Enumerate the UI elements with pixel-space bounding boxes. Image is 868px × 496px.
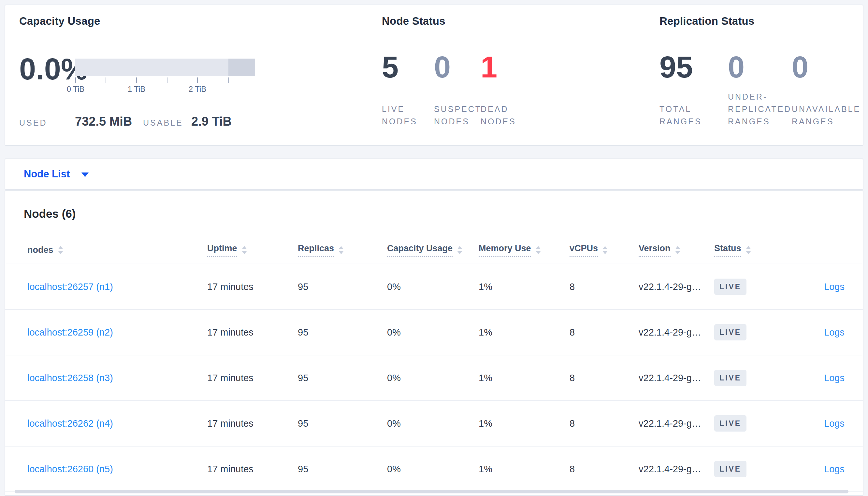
node-link[interactable]: localhost:26260 (n5) bbox=[27, 464, 113, 474]
sort-icon bbox=[675, 246, 680, 254]
column-header-replicas[interactable]: Replicas bbox=[298, 244, 387, 257]
logs-link[interactable]: Logs bbox=[824, 281, 844, 292]
memory-use-cell: 1% bbox=[479, 464, 570, 475]
sort-icon bbox=[242, 246, 247, 254]
column-header-memory-use[interactable]: Memory Use bbox=[479, 244, 570, 257]
memory-use-cell: 1% bbox=[479, 327, 570, 338]
column-header-nodes[interactable]: nodes bbox=[27, 245, 207, 255]
usable-value: 2.9 TiB bbox=[191, 114, 232, 128]
used-label: USED bbox=[19, 117, 75, 129]
status-badge: LIVE bbox=[714, 370, 747, 386]
table-row: localhost:26257 (n1) 17 minutes 95 0% 1%… bbox=[5, 264, 863, 310]
table-row: localhost:26259 (n2) 17 minutes 95 0% 1%… bbox=[5, 310, 863, 355]
tick-label: 0 TiB bbox=[67, 84, 85, 94]
capacity-axis-labels: 0 TiB 1 TiB 2 TiB bbox=[75, 84, 255, 94]
dead-nodes-count: 1 bbox=[481, 51, 497, 83]
sort-icon bbox=[746, 246, 751, 254]
capacity-usage-cell: 0% bbox=[387, 281, 479, 292]
under-replicated-ranges-label: UNDER-REPLICATED RANGES bbox=[728, 91, 795, 128]
uptime-cell: 17 minutes bbox=[207, 281, 298, 292]
uptime-cell: 17 minutes bbox=[207, 464, 298, 475]
column-header-status[interactable]: Status bbox=[714, 244, 806, 257]
replicas-cell: 95 bbox=[298, 281, 387, 292]
uptime-cell: 17 minutes bbox=[207, 327, 298, 338]
status-badge: LIVE bbox=[714, 415, 747, 432]
uptime-cell: 17 minutes bbox=[207, 418, 298, 429]
capacity-usage-section: Capacity Usage 0.0% 0 TiB 1 TiB 2 TiB US… bbox=[19, 5, 378, 145]
replicas-cell: 95 bbox=[298, 418, 387, 429]
logs-link[interactable]: Logs bbox=[824, 418, 844, 429]
sort-icon bbox=[602, 246, 608, 254]
version-cell: v22.1.4-29-g… bbox=[639, 373, 714, 383]
sort-icon bbox=[457, 246, 462, 254]
dead-nodes-label: DEAD NODES bbox=[481, 103, 529, 128]
suspect-nodes-count: 0 bbox=[434, 51, 451, 83]
column-header-uptime[interactable]: Uptime bbox=[207, 244, 298, 257]
live-nodes-stat: 5 LIVE NODES bbox=[382, 51, 431, 128]
capacity-usage-cell: 0% bbox=[387, 418, 479, 429]
uptime-cell: 17 minutes bbox=[207, 373, 298, 383]
capacity-axis-ticks bbox=[75, 77, 255, 83]
sort-icon bbox=[339, 246, 344, 254]
node-link[interactable]: localhost:26258 (n3) bbox=[27, 373, 113, 383]
column-header-vcpus[interactable]: vCPUs bbox=[570, 244, 639, 257]
total-ranges-count: 95 bbox=[659, 51, 693, 83]
view-selector-bar: Node List bbox=[4, 158, 864, 190]
status-badge: LIVE bbox=[714, 461, 747, 477]
replicas-cell: 95 bbox=[298, 464, 387, 475]
capacity-usage-cell: 0% bbox=[387, 327, 479, 338]
suspect-nodes-label: SUSPECT NODES bbox=[434, 103, 483, 128]
suspect-nodes-stat: 0 SUSPECT NODES bbox=[434, 51, 483, 128]
version-cell: v22.1.4-29-g… bbox=[639, 327, 714, 338]
capacity-stats-row: USED 732.5 MiB USABLE 2.9 TiB bbox=[19, 114, 232, 129]
live-nodes-label: LIVE NODES bbox=[382, 103, 431, 128]
column-header-version[interactable]: Version bbox=[639, 244, 714, 257]
capacity-bar-chart: 0 TiB 1 TiB 2 TiB bbox=[75, 59, 255, 94]
unavailable-ranges-count: 0 bbox=[792, 51, 808, 83]
replication-status-section: Replication Status 95 TOTAL RANGES 0 UND… bbox=[659, 5, 862, 145]
capacity-usage-cell: 0% bbox=[387, 464, 479, 475]
table-header-row: nodes Uptime Replicas Capacity Usage Mem… bbox=[5, 237, 863, 264]
table-row: localhost:26262 (n4) 17 minutes 95 0% 1%… bbox=[5, 401, 863, 447]
used-value: 732.5 MiB bbox=[75, 114, 143, 128]
capacity-bar-reserved-segment bbox=[228, 59, 255, 76]
logs-link[interactable]: Logs bbox=[824, 464, 844, 474]
unavailable-ranges-label: UNAVAILABLE RANGES bbox=[792, 103, 868, 128]
memory-use-cell: 1% bbox=[479, 373, 570, 383]
node-link[interactable]: localhost:26259 (n2) bbox=[27, 327, 113, 338]
column-header-capacity-usage[interactable]: Capacity Usage bbox=[387, 244, 479, 257]
vcpus-cell: 8 bbox=[570, 464, 639, 475]
node-link[interactable]: localhost:26257 (n1) bbox=[27, 281, 113, 292]
sort-icon bbox=[536, 246, 541, 254]
status-badge: LIVE bbox=[714, 279, 747, 295]
node-link[interactable]: localhost:26262 (n4) bbox=[27, 418, 113, 429]
node-list-dropdown[interactable]: Node List bbox=[24, 168, 89, 180]
total-ranges-stat: 95 TOTAL RANGES bbox=[659, 51, 718, 128]
logs-link[interactable]: Logs bbox=[824, 327, 844, 338]
dead-nodes-stat: 1 DEAD NODES bbox=[481, 51, 529, 128]
vcpus-cell: 8 bbox=[570, 373, 639, 383]
chevron-down-icon bbox=[81, 172, 89, 177]
tick-label: 2 TiB bbox=[189, 84, 207, 94]
vcpus-cell: 8 bbox=[570, 418, 639, 429]
table-row: localhost:26260 (n5) 17 minutes 95 0% 1%… bbox=[5, 447, 863, 492]
table-scrollbar[interactable] bbox=[15, 490, 849, 493]
version-cell: v22.1.4-29-g… bbox=[639, 464, 714, 475]
replication-status-title: Replication Status bbox=[659, 15, 754, 27]
status-badge: LIVE bbox=[714, 324, 747, 340]
total-ranges-label: TOTAL RANGES bbox=[659, 103, 718, 128]
logs-link[interactable]: Logs bbox=[824, 373, 844, 383]
tick-label: 1 TiB bbox=[128, 84, 146, 94]
replicas-cell: 95 bbox=[298, 327, 387, 338]
nodes-table-title: Nodes (6) bbox=[24, 207, 863, 220]
version-cell: v22.1.4-29-g… bbox=[639, 418, 714, 429]
memory-use-cell: 1% bbox=[479, 281, 570, 292]
cluster-summary-panel: Capacity Usage 0.0% 0 TiB 1 TiB 2 TiB US… bbox=[4, 4, 864, 146]
node-list-dropdown-label: Node List bbox=[24, 168, 70, 180]
capacity-bar-track bbox=[75, 59, 255, 76]
version-cell: v22.1.4-29-g… bbox=[639, 281, 714, 292]
unavailable-ranges-stat: 0 UNAVAILABLE RANGES bbox=[792, 51, 868, 128]
node-status-title: Node Status bbox=[382, 15, 445, 27]
table-row: localhost:26258 (n3) 17 minutes 95 0% 1%… bbox=[5, 355, 863, 401]
vcpus-cell: 8 bbox=[570, 327, 639, 338]
